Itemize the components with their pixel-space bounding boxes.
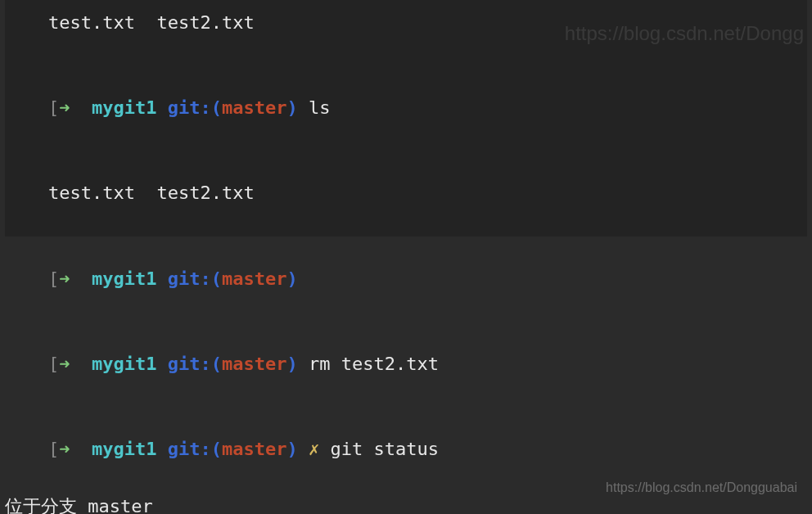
watermark-top: https://blog.csdn.net/Dongg — [565, 18, 804, 49]
watermark-bottom: https://blog.csdn.net/Dongguabai — [606, 477, 797, 498]
paren-open: ( — [211, 439, 222, 459]
prompt-line: [➜ mygit1 git:(master) — [5, 237, 807, 322]
arrow-icon: ➜ — [59, 97, 70, 118]
branch-name: master — [222, 97, 286, 118]
git-label: git: — [168, 268, 211, 289]
ls-output: test.txt test2.txt — [48, 183, 255, 203]
branch-name: master — [222, 268, 286, 289]
paren-close: ) — [286, 268, 297, 289]
command: ls — [309, 97, 331, 118]
bracket-icon: [ — [48, 97, 59, 118]
bracket-icon: [ — [48, 354, 59, 374]
terminal[interactable]: test.txt test2.txt [➜ mygit1 git:(master… — [0, 0, 812, 514]
bracket-icon: [ — [48, 439, 59, 459]
ls-output: test.txt test2.txt — [48, 12, 255, 33]
cwd: mygit1 — [92, 439, 156, 459]
command: rm test2.txt — [309, 354, 439, 374]
branch-name: master — [222, 439, 286, 459]
arrow-icon: ➜ — [59, 268, 70, 289]
prompt-line: [➜ mygit1 git:(master) rm test2.txt — [5, 322, 807, 407]
paren-open: ( — [211, 97, 222, 118]
paren-close: ) — [286, 97, 297, 118]
output-line: test.txt test2.txt — [5, 151, 807, 237]
git-label: git: — [168, 97, 211, 118]
cwd: mygit1 — [92, 354, 156, 374]
bracket-icon: [ — [48, 268, 59, 289]
paren-close: ) — [286, 439, 297, 459]
command: git status — [330, 439, 438, 459]
cwd: mygit1 — [92, 268, 156, 289]
branch-name: master — [222, 354, 286, 374]
paren-open: ( — [211, 354, 222, 374]
arrow-icon: ➜ — [59, 439, 70, 459]
dirty-icon: ✗ — [309, 439, 319, 459]
git-label: git: — [168, 439, 211, 459]
arrow-icon: ➜ — [59, 354, 70, 374]
paren-open: ( — [211, 268, 222, 289]
prompt-line: [➜ mygit1 git:(master) ls — [5, 65, 807, 151]
paren-close: ) — [286, 354, 297, 374]
cwd: mygit1 — [92, 97, 156, 118]
git-label: git: — [168, 354, 211, 374]
